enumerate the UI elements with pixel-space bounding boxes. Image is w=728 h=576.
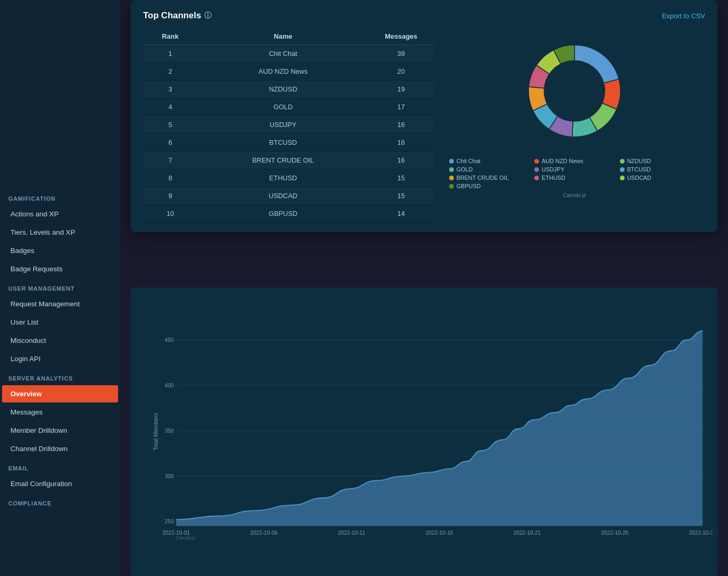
cell-messages: 16 xyxy=(375,121,427,129)
sidebar-item-channel-drilldown[interactable]: Channel Drilldown xyxy=(2,440,118,457)
donut-container xyxy=(512,28,637,154)
svg-text:2022-10-16: 2022-10-16 xyxy=(426,530,453,536)
sidebar-item-badges[interactable]: Badges xyxy=(2,242,118,259)
svg-text:2022-10-21: 2022-10-21 xyxy=(513,530,541,536)
cell-rank: 2 xyxy=(149,67,191,75)
legend-dot xyxy=(449,159,454,164)
cell-messages: 16 xyxy=(375,139,427,146)
svg-text:450: 450 xyxy=(165,337,174,343)
cell-messages: 15 xyxy=(375,192,427,200)
sidebar-section-email: EMAIL xyxy=(0,458,120,475)
svg-text:300: 300 xyxy=(165,474,174,479)
cell-name: BTCUSD xyxy=(191,139,375,146)
sidebar-item-member-drilldown[interactable]: Member Drilldown xyxy=(2,422,118,439)
legend-item: NZDUSD xyxy=(620,158,700,164)
cell-rank: 7 xyxy=(149,156,191,164)
svg-text:2022-10-06: 2022-10-06 xyxy=(250,530,278,536)
canvas-label: Canvas.js xyxy=(563,192,586,198)
svg-text:Canvas.js: Canvas.js xyxy=(176,535,195,540)
cell-name: GOLD xyxy=(191,103,375,111)
legend-container: Chit Chat AUD NZD News NZDUSD GOLD USDJP… xyxy=(444,158,705,189)
sidebar-item-user-list[interactable]: User List xyxy=(2,314,118,331)
cell-name: BRENT CRUDE OIL xyxy=(191,156,375,164)
channels-table: Rank Name Messages 1 Chit Chat 39 2 AUD … xyxy=(143,28,433,223)
sidebar-item-login-api[interactable]: Login API xyxy=(2,350,118,367)
legend-item: AUD NZD News xyxy=(534,158,614,164)
cell-messages: 16 xyxy=(375,156,427,164)
table-row: 8 ETHUSD 15 xyxy=(143,169,433,187)
cell-messages: 14 xyxy=(375,210,427,217)
sidebar-item-actions-xp[interactable]: Actions and XP xyxy=(2,205,118,223)
legend-item: USDJPY xyxy=(534,166,614,172)
legend-label: NZDUSD xyxy=(627,158,651,164)
svg-text:250: 250 xyxy=(165,519,174,524)
top-channels-card: Top Channels ⓘ Export to CSV Rank Name M… xyxy=(131,0,718,232)
area-chart-svg: 2503003504004502022-10-012022-10-062022-… xyxy=(157,296,712,571)
table-row: 2 AUD NZD News 20 xyxy=(143,63,433,80)
sidebar-item-overview[interactable]: Overview xyxy=(2,385,118,402)
cell-name: GBPUSD xyxy=(191,210,375,217)
table-row: 9 USDCAD 15 xyxy=(143,187,433,205)
cell-messages: 20 xyxy=(375,67,427,75)
cell-rank: 10 xyxy=(149,210,191,217)
cell-name: NZDUSD xyxy=(191,85,375,93)
donut-segment xyxy=(574,45,619,83)
legend-dot xyxy=(620,167,625,172)
sidebar-item-tiers-levels[interactable]: Tiers, Levels and XP xyxy=(2,224,118,241)
cell-name: Chit Chat xyxy=(191,50,375,57)
col-rank: Rank xyxy=(149,32,191,40)
cell-messages: 39 xyxy=(375,50,427,57)
col-messages: Messages xyxy=(375,32,427,40)
cell-rank: 6 xyxy=(149,139,191,146)
col-name: Name xyxy=(191,32,375,40)
legend-label: AUD NZD News xyxy=(542,158,583,164)
legend-label: USDJPY xyxy=(542,166,564,172)
legend-label: BRENT CRUDE OIL xyxy=(456,175,509,181)
table-row: 7 BRENT CRUDE OIL 16 xyxy=(143,152,433,169)
legend-label: Chit Chat xyxy=(456,158,480,164)
export-csv-button[interactable]: Export to CSV xyxy=(662,12,705,20)
legend-dot xyxy=(534,159,539,164)
top-channels-title: Top Channels xyxy=(143,10,201,21)
sidebar-section-gamification: GAMIFICATION xyxy=(0,188,120,205)
cell-rank: 3 xyxy=(149,85,191,93)
donut-chart-area: Chit Chat AUD NZD News NZDUSD GOLD USDJP… xyxy=(444,28,705,223)
svg-text:2022-10-26: 2022-10-26 xyxy=(601,530,629,536)
legend-dot xyxy=(449,167,454,172)
cell-rank: 9 xyxy=(149,192,191,200)
legend-item: ETHUSD xyxy=(534,175,614,181)
svg-text:400: 400 xyxy=(165,383,174,388)
card-header: Top Channels ⓘ Export to CSV xyxy=(143,10,705,21)
legend-dot xyxy=(620,176,625,180)
sidebar-item-email-config[interactable]: Email Configuration xyxy=(2,475,118,492)
sidebar-section-compliance: COMPLIANCE xyxy=(0,493,120,510)
svg-text:2022-10-31: 2022-10-31 xyxy=(689,530,712,536)
sidebar-item-misconduct[interactable]: Misconduct xyxy=(2,332,118,349)
cell-rank: 1 xyxy=(149,50,191,57)
cell-messages: 17 xyxy=(375,103,427,111)
sidebar-item-messages[interactable]: Messages xyxy=(2,404,118,421)
table-row: 3 NZDUSD 19 xyxy=(143,80,433,98)
legend-item: USDCAD xyxy=(620,175,700,181)
area-fill xyxy=(176,331,702,526)
area-chart-container: Total Members 2503003504004502022-10-012… xyxy=(131,287,718,576)
sidebar-item-request-mgmt[interactable]: Request Management xyxy=(2,295,118,313)
sidebar-item-badge-requests[interactable]: Badge Requests xyxy=(2,260,118,278)
cell-name: AUD NZD News xyxy=(191,67,375,75)
cell-name: ETHUSD xyxy=(191,174,375,182)
svg-text:2022-10-11: 2022-10-11 xyxy=(338,530,366,536)
legend-dot xyxy=(534,176,539,180)
info-icon: ⓘ xyxy=(204,11,212,20)
cell-rank: 5 xyxy=(149,121,191,129)
svg-text:2022-10-01: 2022-10-01 xyxy=(162,530,190,536)
table-row: 5 USDJPY 16 xyxy=(143,116,433,134)
sidebar-section-user-mgmt: USER MANAGEMENT xyxy=(0,278,120,295)
table-row: 6 BTCUSD 16 xyxy=(143,134,433,152)
legend-item: BTCUSD xyxy=(620,166,700,172)
legend-dot xyxy=(534,167,539,172)
legend-label: GOLD xyxy=(456,166,473,172)
cell-rank: 4 xyxy=(149,103,191,111)
cell-messages: 19 xyxy=(375,85,427,93)
legend-dot xyxy=(449,176,454,180)
svg-text:350: 350 xyxy=(165,428,174,434)
